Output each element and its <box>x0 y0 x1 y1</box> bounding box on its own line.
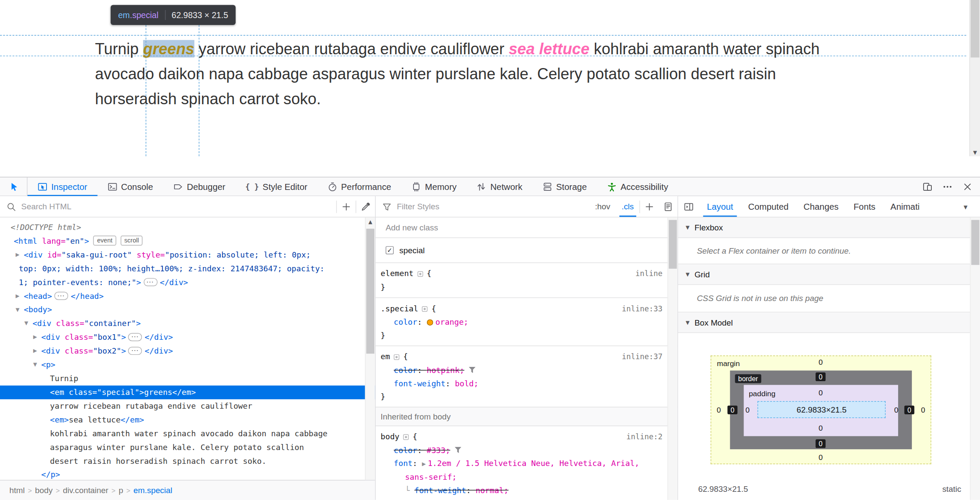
selector-highlighter-icon[interactable] <box>394 354 399 360</box>
page-scrollbar[interactable]: ▼ <box>969 0 980 156</box>
ellipsis-expand-icon[interactable]: ··· <box>54 292 68 300</box>
border-left-value[interactable]: 0 <box>728 406 737 414</box>
tab-console[interactable]: Console <box>97 177 163 196</box>
collapse-arrow-icon[interactable]: ▼ <box>33 358 37 372</box>
expand-arrow-icon[interactable]: ▶ <box>33 344 37 358</box>
breadcrumb-item[interactable]: div.container <box>60 485 112 495</box>
rules-scrollbar[interactable] <box>668 217 678 500</box>
overridden-filter-icon[interactable] <box>454 447 461 453</box>
markup-node[interactable]: ▶<div class="box2">···</div> <box>0 344 375 358</box>
margin-bottom-value[interactable]: 0 <box>818 453 823 462</box>
rule-source-link[interactable]: inline:37 <box>622 351 672 363</box>
markup-scrollbar[interactable]: ▲ <box>365 217 375 480</box>
markup-node[interactable]: kohlrabi amaranth water spinach avocado … <box>0 427 375 441</box>
scrollbar-thumb[interactable] <box>971 0 979 57</box>
tab-accessibility[interactable]: Accessibility <box>597 177 678 196</box>
filter-styles-input[interactable] <box>392 202 589 211</box>
markup-node-selected[interactable]: <em class="special">greens</em> <box>0 385 375 399</box>
expand-arrow-icon[interactable]: ▶ <box>16 289 19 303</box>
collapse-arrow-icon[interactable]: ▼ <box>25 317 28 331</box>
breadcrumb-item[interactable]: p <box>115 485 126 495</box>
sidebar-tab-layout[interactable]: Layout <box>700 196 741 217</box>
color-swatch[interactable] <box>427 319 433 326</box>
margin-left-value[interactable]: 0 <box>717 406 721 414</box>
breadcrumb-item[interactable]: html <box>6 485 28 495</box>
padding-right-value[interactable]: 0 <box>894 406 899 414</box>
property-name[interactable]: font-weight <box>394 379 445 388</box>
expand-arrow-icon[interactable]: ▶ <box>16 248 19 262</box>
badge-event[interactable]: event <box>93 236 116 245</box>
css-declaration[interactable]: color: hotpink; <box>381 363 672 376</box>
padding-top-value[interactable]: 0 <box>818 388 823 397</box>
add-new-class-row[interactable]: Add new class <box>376 217 678 238</box>
rule-selector[interactable]: body <box>381 432 400 441</box>
markup-node[interactable]: <html lang="en">eventscroll <box>0 234 375 248</box>
breadcrumb-item[interactable]: em.special <box>131 485 176 495</box>
tab-performance[interactable]: Performance <box>317 177 401 196</box>
toggle-pseudo-classes-button[interactable]: :hov <box>589 196 616 217</box>
devtools-menu-button[interactable] <box>937 177 957 196</box>
border-right-value[interactable]: 0 <box>904 406 914 414</box>
markup-node[interactable]: </p> <box>0 468 375 480</box>
breadcrumb-item[interactable]: body <box>32 485 56 495</box>
markup-node[interactable]: ▶<head>···</head> <box>0 289 375 303</box>
box-model-content[interactable]: 62.9833×21.5 <box>757 401 885 418</box>
tab-network[interactable]: Network <box>467 177 532 196</box>
tab-inspector[interactable]: Inspector <box>28 177 97 196</box>
rule-selector[interactable]: element <box>381 269 414 278</box>
rule-selector[interactable]: .special <box>381 304 418 313</box>
responsive-design-mode-button[interactable] <box>918 177 937 196</box>
css-declaration[interactable]: color: #333; <box>381 444 672 457</box>
scrollbar-up-arrow-icon[interactable]: ▲ <box>366 219 375 225</box>
css-declaration[interactable]: font: ▶1.2em / 1.5 Helvetica Neue, Helve… <box>381 457 672 471</box>
search-html-input[interactable] <box>16 202 336 211</box>
property-name[interactable]: font-weight <box>414 485 466 495</box>
box-model-border[interactable]: border padding 62.9833×21.5 <box>730 370 912 449</box>
stylesheet-button[interactable] <box>659 196 678 217</box>
close-devtools-button[interactable] <box>958 177 977 196</box>
border-top-value[interactable]: 0 <box>815 373 825 381</box>
markup-node[interactable]: yarrow ricebean rutabaga endive cauliflo… <box>0 399 375 413</box>
tab-storage[interactable]: Storage <box>532 177 597 196</box>
property-value[interactable]: hotpink; <box>427 366 464 375</box>
markup-node[interactable]: ▶<div class="box1">···</div> <box>0 331 375 345</box>
flexbox-section-header[interactable]: ▼ Flexbox <box>678 217 980 238</box>
sidebar-tab-fonts[interactable]: Fonts <box>846 196 883 217</box>
markup-node[interactable]: asparagus winter purslane kale. Celery p… <box>0 441 375 454</box>
sidebar-tab-animati[interactable]: Animati <box>883 196 927 217</box>
margin-right-value[interactable]: 0 <box>921 406 925 414</box>
overridden-filter-icon[interactable] <box>469 367 476 373</box>
border-bottom-value[interactable]: 0 <box>815 439 825 448</box>
css-declaration[interactable]: font-weight: bold; <box>381 377 672 390</box>
selector-highlighter-icon[interactable] <box>422 306 428 312</box>
rule-source-link[interactable]: inline:33 <box>622 302 672 315</box>
scrollbar-down-arrow-icon[interactable]: ▼ <box>970 150 980 155</box>
property-value[interactable]: bold; <box>455 379 479 388</box>
eyedropper-button[interactable] <box>356 196 375 217</box>
ellipsis-expand-icon[interactable]: ··· <box>128 347 142 355</box>
badge-scroll[interactable]: scroll <box>121 236 143 245</box>
add-rule-button[interactable] <box>640 196 659 217</box>
markup-node[interactable]: ▶<div id="saka-gui-root" style="position… <box>0 248 375 262</box>
tab-debugger[interactable]: Debugger <box>163 177 236 196</box>
selector-highlighter-icon[interactable] <box>417 271 423 277</box>
markup-node[interactable]: 1; pointer-events: none;">···</div> <box>0 276 375 289</box>
property-name[interactable]: color <box>394 445 417 455</box>
property-value[interactable]: normal; <box>476 485 508 495</box>
tabs-overflow-icon[interactable]: ▼ <box>964 204 968 210</box>
sidebar-tab-changes[interactable]: Changes <box>796 196 846 217</box>
scrollbar-thumb[interactable] <box>971 220 980 265</box>
rule-source-link[interactable]: inline <box>635 267 671 280</box>
box-model-section-header[interactable]: ▼ Box Model <box>678 312 980 333</box>
property-name[interactable]: color <box>394 366 417 375</box>
selector-highlighter-icon[interactable] <box>403 434 409 440</box>
css-declaration[interactable]: color: orange; <box>381 316 672 329</box>
markup-node[interactable]: ▼<div class="container"> <box>0 317 375 331</box>
rule-source-link[interactable]: inline:2 <box>626 431 671 444</box>
collapse-arrow-icon[interactable]: ▼ <box>16 303 19 317</box>
scrollbar-thumb[interactable] <box>669 220 677 269</box>
css-declaration[interactable]: └ font-weight: normal; <box>381 484 672 497</box>
sidebar-tab-computed[interactable]: Computed <box>740 196 796 217</box>
grid-section-header[interactable]: ▼ Grid <box>678 264 980 285</box>
padding-bottom-value[interactable]: 0 <box>818 424 823 432</box>
